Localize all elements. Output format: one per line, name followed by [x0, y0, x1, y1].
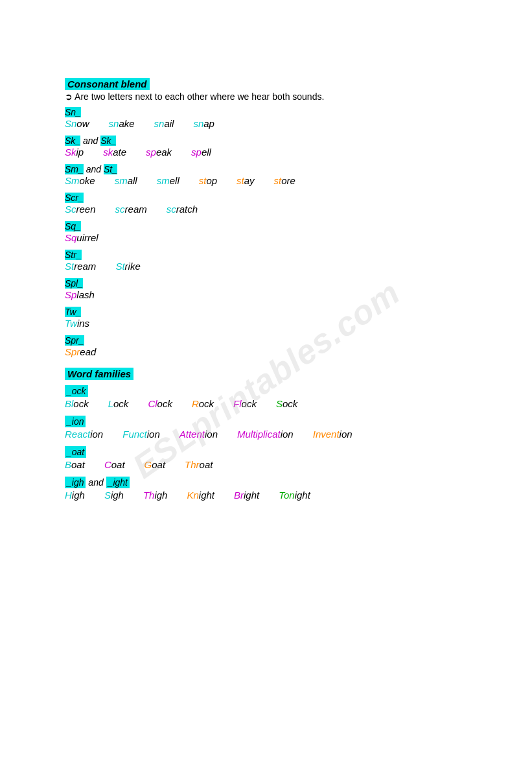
word-goat: Goat: [145, 459, 166, 470]
word-clock: Clock: [148, 398, 172, 409]
family-group-ock: _ock Block Lock Clock Rock Flock Sock: [65, 385, 467, 409]
word-row-spr: Spread: [65, 346, 467, 357]
prefix-str: Str_: [65, 250, 467, 260]
word-rock: Rock: [192, 398, 214, 409]
word-skate: skate: [103, 147, 126, 158]
word-scratch: scratch: [167, 204, 198, 215]
word-smoke: Smoke: [65, 175, 95, 186]
blend-group-sq: Sq_ Squirrel: [65, 221, 467, 243]
prefix-spr: Spr_: [65, 335, 467, 346]
word-row-sk-sp: Skip skate speak spell: [65, 147, 467, 158]
word-row-sn: Snow snake snail snap: [65, 118, 467, 129]
word-row-sm-st: Smoke small smell stop stay store: [65, 175, 467, 186]
word-spell: spell: [191, 147, 211, 158]
word-bright: Bright: [234, 490, 259, 501]
word-stop: stop: [199, 175, 217, 186]
word-snake: snake: [109, 118, 135, 129]
word-squirrel: Squirrel: [65, 232, 98, 243]
prefix-sn: Sn_: [65, 107, 467, 117]
word-spread: Spread: [65, 346, 96, 357]
word-high: High: [65, 490, 85, 501]
word-row-ock: Block Lock Clock Rock Flock Sock: [65, 398, 467, 409]
word-sigh: Sigh: [104, 490, 124, 501]
word-attention: Attention: [179, 429, 218, 440]
word-row-tw: Twins: [65, 318, 467, 329]
word-reaction: Reaction: [65, 429, 103, 440]
word-strike: Strike: [115, 261, 140, 272]
word-row-spl: Splash: [65, 289, 467, 300]
word-row-ion: Reaction Function Attention Multiplicati…: [65, 429, 467, 440]
word-skip: Skip: [65, 147, 84, 158]
word-stream: Stream: [65, 261, 96, 272]
family-prefix-oat: _oat: [65, 446, 467, 458]
word-sock: Sock: [276, 398, 297, 409]
prefix-sk-sp: Sk_ and Sk_: [65, 136, 467, 146]
blend-group-sm-st: Sm_ and St_ Smoke small smell stop stay …: [65, 164, 467, 186]
prefix-tw: Tw_: [65, 307, 467, 317]
word-flock: Flock: [233, 398, 257, 409]
family-prefix-igh-ight: _igh and _ight: [65, 477, 467, 489]
word-coat: Coat: [104, 459, 125, 470]
prefix-sq: Sq_: [65, 221, 467, 231]
blend-group-str: Str_ Stream Strike: [65, 250, 467, 272]
word-stay: stay: [237, 175, 255, 186]
word-snap: snap: [193, 118, 214, 129]
blend-group-spr: Spr_ Spread: [65, 335, 467, 357]
word-row-oat: Boat Coat Goat Throat: [65, 459, 467, 470]
word-row-str: Stream Strike: [65, 261, 467, 272]
word-families-header: Word families: [65, 368, 133, 380]
word-row-sq: Squirrel: [65, 232, 467, 243]
family-prefix-ion: _ion: [65, 416, 467, 428]
word-smell: smell: [157, 175, 179, 186]
word-block: Block: [65, 398, 89, 409]
blend-group-sn: Sn_ Snow snake snail snap: [65, 107, 467, 129]
word-boat: Boat: [65, 459, 85, 470]
word-families-section: Word families _ock Block Lock Clock Rock…: [65, 368, 467, 501]
blend-group-spl: Spl_ Splash: [65, 278, 467, 300]
family-prefix-ock: _ock: [65, 385, 467, 397]
word-store: store: [274, 175, 295, 186]
word-snail: snail: [154, 118, 174, 129]
blend-group-scr: Scr_ Screen scream scratch: [65, 193, 467, 215]
consonant-blend-header: Consonant blend: [65, 78, 150, 90]
word-scream: scream: [115, 204, 147, 215]
consonant-blend-description: ➲ Are two letters next to each other whe…: [65, 91, 467, 102]
word-row-igh-ight: High Sigh Thigh Knight Bright Tonight: [65, 490, 467, 501]
word-snow: Snow: [65, 118, 89, 129]
word-knight: Knight: [187, 490, 214, 501]
consonant-blend-section: Consonant blend ➲ Are two letters next t…: [65, 78, 467, 357]
word-speak: speak: [146, 147, 172, 158]
word-twins: Twins: [65, 318, 89, 329]
word-invention: Invention: [313, 429, 353, 440]
prefix-spl: Spl_: [65, 278, 467, 289]
blend-group-tw: Tw_ Twins: [65, 307, 467, 329]
blend-group-sk-sp: Sk_ and Sk_ Skip skate speak spell: [65, 136, 467, 158]
word-multiplication: Multiplication: [237, 429, 294, 440]
word-splash: Splash: [65, 289, 95, 300]
family-group-igh-ight: _igh and _ight High Sigh Thigh Knight Br…: [65, 477, 467, 501]
word-throat: Throat: [185, 459, 213, 470]
word-screen: Screen: [65, 204, 96, 215]
family-group-oat: _oat Boat Coat Goat Throat: [65, 446, 467, 470]
word-lock: Lock: [108, 398, 129, 409]
word-thigh: Thigh: [143, 490, 168, 501]
word-row-scr: Screen scream scratch: [65, 204, 467, 215]
word-function: Function: [122, 429, 160, 440]
prefix-scr: Scr_: [65, 193, 467, 203]
family-group-ion: _ion Reaction Function Attention Multipl…: [65, 416, 467, 440]
prefix-sm-st: Sm_ and St_: [65, 164, 467, 174]
word-tonight: Tonight: [279, 490, 310, 501]
word-small: small: [115, 175, 137, 186]
